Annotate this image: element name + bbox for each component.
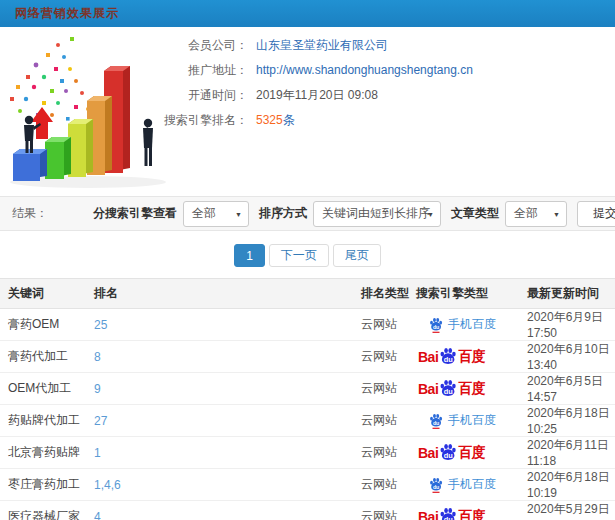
updated-time-cell: 2020年6月18日 10:25 xyxy=(527,405,615,437)
rank-type-cell: 云网站 xyxy=(353,341,416,373)
table-row: OEM代加工9云网站Baidu百度2020年6月5日 14:57 xyxy=(0,373,615,405)
promotion-url-link[interactable]: http://www.shandonghuangshengtang.cn xyxy=(256,63,473,77)
filter-bar: 结果： 分搜索引擎查看 全部 排序方式 关键词由短到长排序 文章类型 全部 提交 xyxy=(0,196,615,231)
confetti-dots xyxy=(10,37,93,128)
header-rank-type: 排名类型 xyxy=(353,279,416,309)
rank-link[interactable]: 27 xyxy=(94,414,107,428)
baidu-logo-prefix: Bai xyxy=(418,381,438,397)
info-row-open-time: 开通时间： 2019年11月20日 09:08 xyxy=(140,87,473,103)
rank-link[interactable]: 25 xyxy=(94,318,107,332)
header-rank: 排名 xyxy=(86,279,353,309)
page-1-button[interactable]: 1 xyxy=(234,244,265,267)
table-row: 药贴牌代加工27云网站du手机百度2020年6月18日 10:25 xyxy=(0,405,615,437)
baidu-logo-prefix: Bai xyxy=(418,349,438,365)
mobile-baidu-label: 手机百度 xyxy=(448,412,496,429)
rank-cell: 4 xyxy=(86,501,353,520)
engine-type-cell: Baidu百度 xyxy=(416,437,527,469)
header-engine-type: 搜索引擎类型 xyxy=(416,279,527,309)
baidu-logo-suffix: 百度 xyxy=(458,508,485,520)
mobile-baidu-label: 手机百度 xyxy=(448,476,496,493)
baidu-paw-icon: du xyxy=(429,477,443,493)
rank-type-cell: 云网站 xyxy=(353,437,416,469)
result-label: 结果： xyxy=(12,205,48,222)
svg-text:du: du xyxy=(433,323,439,329)
company-label: 会员公司： xyxy=(140,37,248,54)
url-label: 推广地址： xyxy=(140,62,248,79)
article-type-filter-value: 全部 xyxy=(514,205,538,222)
results-table: 关键词 排名 排名类型 搜索引擎类型 最新更新时间 膏药OEM25云网站du手机… xyxy=(0,278,615,520)
results-table-body: 膏药OEM25云网站du手机百度2020年6月9日 17:50膏药代加工8云网站… xyxy=(0,309,615,520)
table-row: 医疗器械厂家4云网站Baidu百度2020年5月29日 10:32 xyxy=(0,501,615,520)
rank-cell: 27 xyxy=(86,405,353,437)
keyword-cell: 药贴牌代加工 xyxy=(0,405,86,437)
engine-type-cell: du手机百度 xyxy=(416,469,527,501)
rank-link[interactable]: 9 xyxy=(94,382,101,396)
svg-text:du: du xyxy=(444,386,454,395)
baidu-logo-prefix: Bai xyxy=(418,445,438,461)
baidu-paw-icon: du xyxy=(439,379,457,399)
sort-filter-label: 排序方式 xyxy=(259,205,307,222)
baidu-logo-suffix: 百度 xyxy=(458,348,485,366)
updated-time-cell: 2020年6月5日 14:57 xyxy=(527,373,615,405)
rank-type-cell: 云网站 xyxy=(353,309,416,341)
table-row: 膏药OEM25云网站du手机百度2020年6月9日 17:50 xyxy=(0,309,615,341)
article-type-filter-select[interactable]: 全部 xyxy=(505,201,567,227)
yellow-bar xyxy=(68,119,93,177)
engine-type-cell: du手机百度 xyxy=(416,405,527,437)
updated-time-cell: 2020年6月18日 10:19 xyxy=(527,469,615,501)
keyword-cell: OEM代加工 xyxy=(0,373,86,405)
baidu-paw-icon: du xyxy=(439,443,457,463)
rank-link[interactable]: 1 xyxy=(94,446,101,460)
mobile-baidu-logo: du手机百度 xyxy=(429,316,527,333)
rank-link[interactable]: 4 xyxy=(94,510,101,520)
member-info-section: 会员公司： 山东皇圣堂药业有限公司 推广地址： http://www.shand… xyxy=(0,27,615,196)
rank-cell: 8 xyxy=(86,341,353,373)
rank-cell: 9 xyxy=(86,373,353,405)
rank-link[interactable]: 8 xyxy=(94,350,101,364)
engine-filter-label: 分搜索引擎查看 xyxy=(93,205,177,222)
engine-type-cell: Baidu百度 xyxy=(416,341,527,373)
rank-type-cell: 云网站 xyxy=(353,469,416,501)
baidu-paw-icon: du xyxy=(439,507,457,520)
mobile-baidu-label: 手机百度 xyxy=(448,316,496,333)
svg-text:du: du xyxy=(433,483,439,489)
company-link[interactable]: 山东皇圣堂药业有限公司 xyxy=(256,37,388,54)
rank-cell: 1,4,6 xyxy=(86,469,353,501)
baidu-logo-prefix: Bai xyxy=(418,509,438,520)
header-updated: 最新更新时间 xyxy=(527,279,615,309)
last-page-button[interactable]: 尾页 xyxy=(333,244,381,267)
next-page-button[interactable]: 下一页 xyxy=(269,244,329,267)
submit-button[interactable]: 提交 xyxy=(577,201,615,227)
rank-cell: 1 xyxy=(86,437,353,469)
keyword-cell: 膏药代加工 xyxy=(0,341,86,373)
engine-type-cell: Baidu百度 xyxy=(416,501,527,520)
up-arrow xyxy=(31,107,53,139)
rank-type-cell: 云网站 xyxy=(353,405,416,437)
blue-bar xyxy=(13,149,47,181)
updated-time-cell: 2020年5月29日 10:32 xyxy=(527,501,615,520)
open-time-label: 开通时间： xyxy=(140,87,248,104)
header-keyword: 关键词 xyxy=(0,279,86,309)
info-row-url: 推广地址： http://www.shandonghuangshengtang.… xyxy=(140,62,473,78)
keyword-cell: 医疗器械厂家 xyxy=(0,501,86,520)
article-type-filter-label: 文章类型 xyxy=(451,205,499,222)
mobile-baidu-logo: du手机百度 xyxy=(429,476,527,493)
rank-count-unit-link[interactable]: 条 xyxy=(283,112,295,129)
baidu-logo-suffix: 百度 xyxy=(458,444,485,462)
info-row-rank-count: 搜索引擎排名： 5325 条 xyxy=(140,112,473,128)
rank-count-value: 5325 xyxy=(256,113,283,127)
sort-filter-select[interactable]: 关键词由短到长排序 xyxy=(313,201,441,227)
baidu-paw-icon: du xyxy=(429,317,443,333)
results-table-head: 关键词 排名 排名类型 搜索引擎类型 最新更新时间 xyxy=(0,279,615,309)
rank-link[interactable]: 1,4,6 xyxy=(94,478,121,492)
member-info-rows: 会员公司： 山东皇圣堂药业有限公司 推广地址： http://www.shand… xyxy=(140,37,473,137)
filter-controls: 分搜索引擎查看 全部 排序方式 关键词由短到长排序 文章类型 全部 提交 xyxy=(83,201,615,227)
keyword-cell: 膏药OEM xyxy=(0,309,86,341)
table-row: 枣庄膏药加工1,4,6云网站du手机百度2020年6月18日 10:19 xyxy=(0,469,615,501)
sort-filter-value: 关键词由短到长排序 xyxy=(322,205,430,222)
baidu-paw-icon: du xyxy=(439,347,457,367)
engine-type-cell: du手机百度 xyxy=(416,309,527,341)
svg-text:du: du xyxy=(444,354,454,363)
baidu-logo: Baidu百度 xyxy=(418,347,527,367)
engine-filter-select[interactable]: 全部 xyxy=(183,201,249,227)
